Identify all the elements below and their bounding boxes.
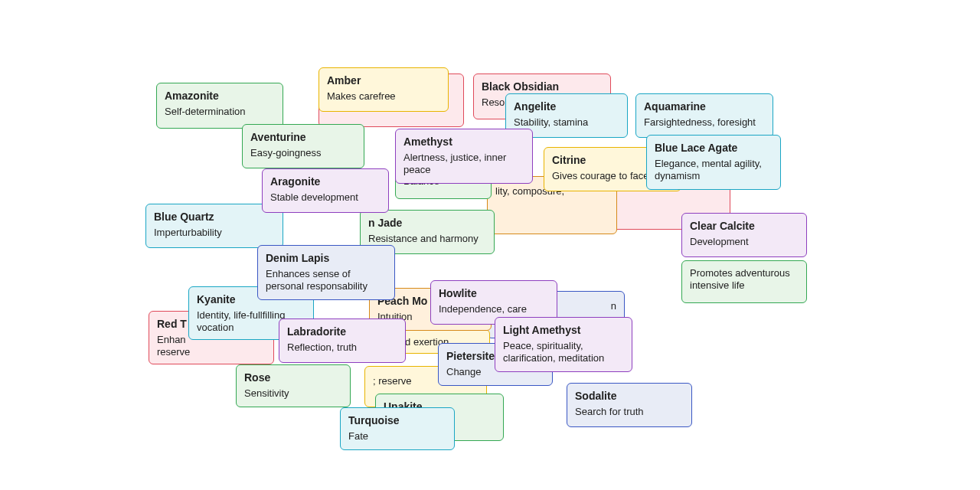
card-desc: Enhances sense of personal responsabilit…: [266, 268, 387, 293]
card-turquoise[interactable]: TurquoiseFate: [340, 407, 455, 450]
card-title: Rose: [244, 371, 342, 385]
card-desc: Alertness, justice, inner peace: [403, 152, 524, 177]
card-title: Denim Lapis: [266, 252, 387, 266]
card-desc: Farsightedness, foresight: [644, 116, 765, 129]
card-title: Sodalite: [575, 390, 684, 403]
card-amber[interactable]: AmberMakes carefree: [318, 67, 449, 112]
card-desc: Elegance, mental agility, dynamism: [655, 158, 773, 183]
card-title: Clear Calcite: [690, 220, 799, 234]
card-light-amethyst[interactable]: Light AmethystPeace, spirituality, clari…: [495, 317, 632, 372]
card-title: Howlite: [439, 287, 549, 301]
card-title: Aragonite: [270, 175, 381, 189]
card-desc: Stable development: [270, 191, 381, 204]
card-labradorite[interactable]: LabradoriteReflection, truth: [279, 318, 406, 363]
card-desc: Sensitivity: [244, 387, 342, 400]
card-desc: Development: [690, 236, 799, 248]
card-title: Blue Quartz: [154, 211, 275, 224]
card-title: n Jade: [368, 217, 486, 230]
card-desc: Reflection, truth: [287, 341, 397, 354]
card-aquamarine[interactable]: AquamarineFarsightedness, foresight: [635, 93, 773, 138]
card-sodalite[interactable]: SodaliteSearch for truth: [567, 383, 692, 427]
card-amazonite[interactable]: AmazoniteSelf-determination: [156, 83, 283, 129]
card-desc: Stability, stamina: [514, 116, 619, 129]
card-title: Turquoise: [348, 414, 446, 428]
card-desc: Makes carefree: [327, 90, 440, 103]
card-title: Black Obsidian: [482, 80, 603, 94]
card-title: Aventurine: [250, 131, 356, 145]
card-adventurous[interactable]: Promotes adventurous intensive life: [681, 260, 807, 303]
card-title: Amber: [327, 74, 440, 88]
card-clear-calcite[interactable]: Clear CalciteDevelopment: [681, 213, 807, 257]
card-desc: Fate: [348, 430, 446, 443]
card-desc: Imperturbability: [154, 227, 275, 239]
card-blue-lace[interactable]: Blue Lace AgateElegance, mental agility,…: [646, 135, 781, 190]
card-desc: Promotes adventurous intensive life: [690, 267, 799, 292]
card-title: Amethyst: [403, 136, 524, 149]
card-rose[interactable]: RoseSensitivity: [236, 364, 351, 407]
card-desc: Resistance and harmony: [368, 233, 486, 245]
card-amethyst[interactable]: AmethystAlertness, justice, inner peace: [395, 129, 533, 184]
card-title: Amazonite: [165, 90, 275, 103]
card-title: Aquamarine: [644, 100, 765, 114]
card-aventurine[interactable]: AventurineEasy-goingness: [242, 124, 364, 168]
card-title: Light Amethyst: [503, 324, 624, 338]
card-desc: Easy-goingness: [250, 147, 356, 159]
card-title: Angelite: [514, 100, 619, 114]
card-denim-lapis[interactable]: Denim LapisEnhances sense of personal re…: [257, 245, 395, 300]
diagram-canvas: { "cards": { "amazonite": {"title":"Amaz…: [0, 0, 980, 490]
card-desc: Independence, care: [439, 303, 549, 315]
card-title: Labradorite: [287, 325, 397, 339]
card-desc: Self-determination: [165, 106, 275, 118]
card-desc: Peace, spirituality, clarification, medi…: [503, 340, 624, 365]
card-title: Blue Lace Agate: [655, 142, 773, 155]
card-aragonite[interactable]: AragoniteStable development: [262, 168, 389, 213]
card-desc: Search for truth: [575, 406, 684, 418]
